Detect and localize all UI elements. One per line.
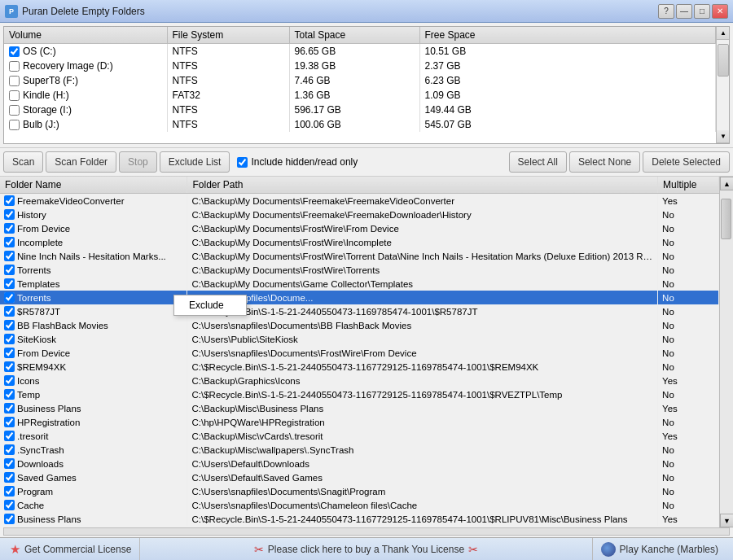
license-segment[interactable]: ★ Get Commercial License: [7, 538, 140, 560]
folder-row[interactable]: .SyncTrash C:\Backup\Misc\wallpapers\.Sy…: [0, 443, 719, 457]
thankyou-text[interactable]: Please click here to buy a Thank You Lic…: [268, 544, 464, 555]
folder-row[interactable]: $R5787JT C:\$Recycle.Bin\S-1-5-21-244055…: [0, 304, 719, 318]
folder-checkbox[interactable]: [4, 292, 15, 303]
folder-row[interactable]: History C:\Backup\My Documents\Freemake\…: [0, 208, 719, 221]
volume-row[interactable]: Recovery Image (D:) NTFS 19.38 GB 2.37 G…: [4, 59, 716, 73]
select-all-button[interactable]: Select All: [509, 151, 567, 173]
folder-row[interactable]: HPRegistration C:\hp\HPQWare\HPRegistrat…: [0, 415, 719, 429]
folder-checkbox[interactable]: [4, 389, 15, 400]
folder-checkbox[interactable]: [4, 375, 15, 386]
folder-checkbox[interactable]: [4, 223, 15, 234]
folder-row[interactable]: Program C:\Users\snapfiles\Documents\Sna…: [0, 484, 719, 498]
folder-scrollbar[interactable]: ▲ ▼: [719, 177, 733, 527]
folder-row[interactable]: Temp C:\$Recycle.Bin\S-1-5-21-2440550473…: [0, 387, 719, 401]
thankyou-segment[interactable]: ✂ Please click here to buy a Thank You L…: [140, 538, 592, 560]
folder-checkbox[interactable]: [4, 348, 15, 358]
folder-checkbox[interactable]: [4, 361, 15, 372]
scroll-down-arrow[interactable]: ▼: [717, 130, 730, 143]
folder-row[interactable]: Downloads C:\Users\Default\Downloads No: [0, 457, 719, 470]
folder-row[interactable]: Icons C:\Backup\Graphics\Icons Yes: [0, 374, 719, 387]
folder-checkbox[interactable]: [4, 306, 15, 317]
volume-row[interactable]: Kindle (H:) FAT32 1.36 GB 1.09 GB: [4, 88, 716, 103]
volume-row[interactable]: OS (C:) NTFS 96.65 GB 10.51 GB: [4, 44, 716, 59]
folder-row[interactable]: From Device C:\Backup\My Documents\Frost…: [0, 221, 719, 235]
folder-row[interactable]: Templates C:\Backup\My Documents\Game Co…: [0, 277, 719, 291]
volume-checkbox[interactable]: [9, 46, 20, 57]
folder-row[interactable]: Business Plans C:\$Recycle.Bin\S-1-5-21-…: [0, 512, 719, 526]
delete-selected-button[interactable]: Delete Selected: [643, 151, 730, 173]
volume-checkbox[interactable]: [9, 76, 20, 86]
folder-checkbox[interactable]: [4, 458, 15, 469]
folder-row[interactable]: From Device C:\Users\snapfiles\Documents…: [0, 346, 719, 360]
volume-checkbox[interactable]: [9, 120, 20, 130]
folder-checkbox[interactable]: [4, 417, 15, 427]
game-segment[interactable]: Play Kanche (Marbles): [593, 538, 726, 560]
folder-scroll-thumb[interactable]: [721, 199, 731, 239]
folder-scroll-inner[interactable]: Folder Name Folder Path Multiple Freemak…: [0, 177, 733, 527]
folder-scroll-down[interactable]: ▼: [720, 514, 733, 527]
folder-path: C:\Users\snapfiles\Documents\Snagit\Prog…: [187, 484, 658, 498]
game-text[interactable]: Play Kanche (Marbles): [620, 544, 718, 555]
folder-multiple: No: [658, 235, 719, 249]
folder-row[interactable]: Nine Inch Nails - Hesitation Marks... C:…: [0, 249, 719, 263]
folder-checkbox[interactable]: [4, 431, 15, 441]
help-button[interactable]: ?: [658, 4, 674, 19]
folder-row[interactable]: Business Plans C:\Backup\Misc\Business P…: [0, 401, 719, 415]
folder-checkbox[interactable]: [4, 320, 15, 330]
volume-checkbox[interactable]: [9, 61, 20, 72]
folder-row[interactable]: BB FlashBack Movies C:\Users\snapfiles\D…: [0, 318, 719, 332]
exclude-list-button[interactable]: Exclude List: [160, 151, 230, 173]
folder-checkbox[interactable]: [4, 251, 15, 261]
folder-row[interactable]: .tresorit C:\Backup\Misc\vCards\.tresori…: [0, 429, 719, 443]
volume-checkbox[interactable]: [9, 90, 20, 101]
folder-path: C:\Backup\My Documents\FrostWire\Incompl…: [187, 235, 658, 249]
folder-checkbox[interactable]: [4, 486, 15, 497]
folder-row[interactable]: SiteKiosk C:\Users\Public\SiteKiosk No: [0, 332, 719, 346]
scroll-up-arrow[interactable]: ▲: [717, 27, 730, 40]
folder-checkbox[interactable]: [4, 237, 15, 247]
folder-row[interactable]: Torrents C:\Backup\My Documents\FrostWir…: [0, 263, 719, 277]
folder-name: Business Plans: [17, 514, 81, 524]
include-hidden-checkbox[interactable]: [237, 157, 248, 168]
volume-panel: Volume File System Total Space Free Spac…: [3, 26, 730, 144]
folder-row[interactable]: $REM94XK C:\$Recycle.Bin\S-1-5-21-244055…: [0, 360, 719, 374]
folder-row[interactable]: Incomplete C:\Backup\My Documents\FrostW…: [0, 235, 719, 249]
volume-fs: NTFS: [167, 103, 289, 117]
minimize-button[interactable]: —: [676, 4, 692, 19]
folder-checkbox[interactable]: [4, 500, 15, 510]
context-menu-exclude[interactable]: Exclude: [174, 295, 246, 315]
stop-button[interactable]: Stop: [119, 151, 157, 173]
folder-checkbox[interactable]: [4, 334, 15, 344]
folder-name: Downloads: [17, 459, 64, 469]
folder-scroll-up[interactable]: ▲: [720, 177, 733, 190]
folder-checkbox[interactable]: [4, 472, 15, 483]
include-hidden-label[interactable]: Include hidden/read only: [232, 156, 362, 168]
scroll-thumb[interactable]: [718, 44, 729, 77]
maximize-button[interactable]: □: [694, 4, 710, 19]
volume-row[interactable]: Storage (I:) NTFS 596.17 GB 149.44 GB: [4, 103, 716, 117]
folder-checkbox[interactable]: [4, 278, 15, 289]
folder-checkbox[interactable]: [4, 403, 15, 413]
folder-checkbox[interactable]: [4, 209, 15, 220]
select-none-button[interactable]: Select None: [569, 151, 640, 173]
volume-scrollbar[interactable]: ▲ ▼: [716, 27, 729, 143]
folder-checkbox[interactable]: [4, 444, 15, 455]
volume-name: Kindle (H:): [23, 90, 69, 101]
folder-row[interactable]: Saved Games C:\Users\Default\Saved Games…: [0, 470, 719, 484]
folder-multiple: No: [658, 332, 719, 346]
volume-name: SuperT8 (F:): [23, 75, 78, 86]
volume-row[interactable]: Bulb (J:) NTFS 100.06 GB 545.07 GB: [4, 117, 716, 132]
volume-checkbox[interactable]: [9, 105, 20, 116]
folder-row[interactable]: Cache C:\Users\snapfiles\Documents\Chame…: [0, 498, 719, 512]
close-button[interactable]: ✕: [712, 4, 728, 19]
scan-folder-button[interactable]: Scan Folder: [46, 151, 116, 173]
license-text[interactable]: Get Commercial License: [24, 544, 131, 555]
folder-checkbox[interactable]: [4, 195, 15, 206]
folder-checkbox[interactable]: [4, 265, 15, 275]
volume-row[interactable]: SuperT8 (F:) NTFS 7.46 GB 6.23 GB: [4, 73, 716, 88]
folder-row[interactable]: Torrents C:\Users\snapfiles\Docume... No: [0, 291, 719, 304]
folder-checkbox[interactable]: [4, 514, 15, 524]
folder-row[interactable]: FreemakeVideoConverter C:\Backup\My Docu…: [0, 194, 719, 208]
license-icon: ★: [10, 542, 20, 557]
scan-button[interactable]: Scan: [3, 151, 43, 173]
